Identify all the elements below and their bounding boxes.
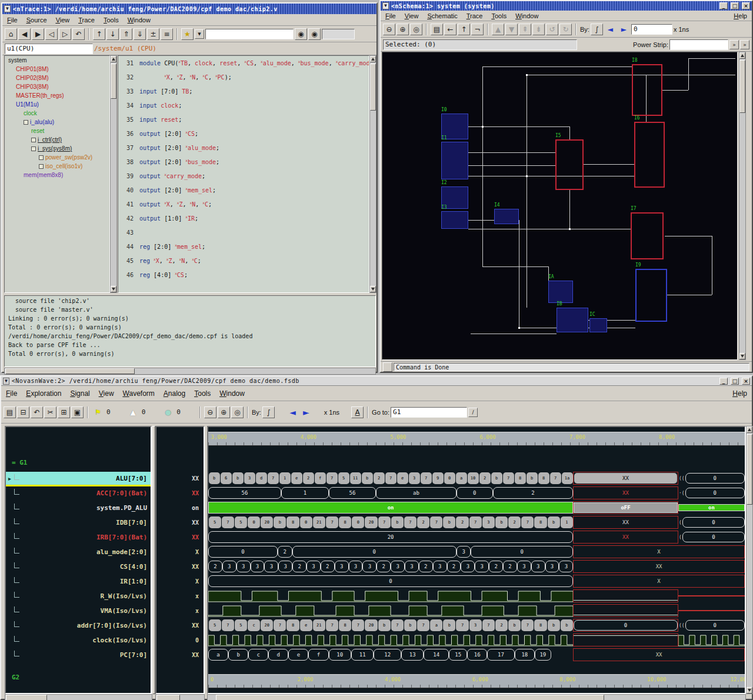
menu-item-window[interactable]: Window [219, 389, 245, 398]
signal-row[interactable]: IR[1:0] [6, 575, 151, 588]
menu-item-view[interactable]: View [56, 16, 70, 24]
schematic-block[interactable] [555, 139, 584, 190]
minimize-button[interactable]: _ [719, 2, 728, 9]
ntrace-find-1-button[interactable]: ◉ [308, 28, 321, 40]
nschema-zoom-2-button[interactable]: ◎ [410, 24, 422, 35]
nschema-zoom-1-button[interactable]: ⊕ [397, 24, 409, 35]
menu-item-exploration[interactable]: Exploration [26, 389, 61, 398]
schematic-block[interactable] [635, 269, 667, 322]
window-menu-icon[interactable]: ▼ [3, 378, 9, 385]
schematic-block[interactable] [441, 211, 468, 229]
ntrace-trace-3-button[interactable]: ⇓ [134, 28, 146, 40]
waveform-hscrollbar[interactable] [207, 694, 746, 700]
tree-item[interactable]: MASTER(th_regs) [5, 91, 109, 100]
marker-2-icon[interactable]: ▲ [127, 406, 139, 418]
ntrace-nav-3-button[interactable]: ◁ [45, 28, 58, 40]
scroll-thumb[interactable] [739, 60, 745, 113]
signal-value-row[interactable]: x [156, 604, 204, 617]
tree-item[interactable]: i_ctrl(ctrl) [5, 135, 109, 144]
signal-row[interactable]: alu_mode[2:0] [6, 545, 151, 558]
group-label-g1[interactable]: = G1 [12, 459, 28, 466]
scroll-down-button[interactable] [739, 353, 745, 359]
nwave-file-1-button[interactable]: ⊟ [17, 406, 29, 418]
scroll-up-button[interactable] [111, 56, 116, 62]
menu-item-tools[interactable]: Tools [194, 389, 211, 398]
menu-item-file[interactable]: File [6, 389, 17, 398]
scroll-thumb[interactable] [111, 64, 116, 99]
scroll-up-button[interactable] [747, 426, 752, 433]
scroll-thumb[interactable] [216, 695, 604, 700]
code-line[interactable]: 44reg [2:0] xmem_sel; [118, 239, 369, 254]
ntrace-nav-4-button[interactable]: ▷ [59, 28, 71, 40]
menu-item-trace[interactable]: Trace [467, 12, 483, 19]
menu-item-schematic[interactable]: Schematic [427, 12, 457, 19]
waveform-row[interactable] [208, 634, 745, 646]
signal-value-row[interactable]: x [156, 589, 204, 602]
tree-item[interactable]: i_alu(alu) [5, 118, 109, 126]
tree-item[interactable]: system [5, 56, 109, 65]
power-strip-input[interactable] [669, 39, 728, 50]
nwave-file-4-button[interactable]: ⊞ [58, 406, 70, 418]
maximize-button[interactable]: □ [731, 2, 739, 9]
schematic-block[interactable] [634, 122, 665, 188]
code-scrollbar[interactable] [369, 55, 376, 293]
ntrace-trace-2-button[interactable]: ⇑ [120, 28, 132, 40]
signal-row[interactable]: IRB[7:0](Bat) [6, 531, 151, 544]
signal-value-row[interactable]: on [156, 501, 204, 514]
scroll-down-button[interactable] [111, 286, 116, 292]
nwave-zoom-1-button[interactable]: ⊕ [218, 406, 230, 418]
ntrace-trace-0-button[interactable]: ↑ [93, 28, 105, 40]
signal-row[interactable]: VMA(Iso/Lvs) [6, 604, 151, 617]
goto-dropdown-icon[interactable]: / [468, 408, 478, 417]
ntrace-nav-0-button[interactable]: ⌂ [5, 28, 17, 40]
waveform-row[interactable]: abcdef10111213141516171819XX [208, 648, 745, 661]
code-line[interactable]: 45reg xX, xZ, xN, xC; [118, 254, 369, 268]
nschema-trace-0-button[interactable]: ← [444, 24, 457, 35]
waveform-row[interactable]: 575c2078e2178720b7b7ab7372b78bb0((0 [208, 619, 745, 632]
step-forward-button[interactable]: ► [618, 24, 630, 35]
menu-item-tools[interactable]: Tools [104, 16, 119, 24]
goto-input[interactable] [391, 407, 467, 418]
group-label-g2[interactable]: G2 [12, 674, 19, 681]
tree-item[interactable]: clock [5, 109, 109, 118]
code-line[interactable]: 36output [2:0] xCS; [118, 126, 369, 141]
search-input[interactable] [205, 29, 294, 39]
code-line[interactable]: 43 [118, 225, 369, 239]
schematic-block[interactable] [589, 318, 607, 332]
command-icon[interactable] [383, 362, 392, 372]
signal-value-row[interactable]: X [156, 545, 204, 558]
window-menu-icon[interactable]: ▼ [382, 2, 389, 9]
code-line[interactable]: 40output [2:0] xmem_sel; [118, 183, 369, 197]
console-scrollbar[interactable] [4, 368, 376, 375]
signal-value-panel[interactable]: XXXXonXXXXXXXXxxXX0XX [155, 426, 205, 694]
code-line[interactable]: 31module CPU(xTB, clock, reset, xCS, xal… [118, 56, 369, 70]
tree-item[interactable]: power_sw(psw2v) [5, 153, 109, 162]
menu-item-help[interactable]: Help [732, 389, 747, 398]
scroll-thumb[interactable] [5, 368, 135, 374]
code-line[interactable]: 46reg [4:0] xCS; [118, 268, 369, 282]
ntrace-nav-5-button[interactable]: ↶ [72, 28, 85, 40]
menu-item-view[interactable]: View [99, 389, 114, 398]
menu-item-analog[interactable]: Analog [164, 389, 185, 398]
scroll-thumb[interactable] [6, 695, 47, 700]
signal-value-row[interactable]: X [156, 575, 204, 588]
waveform-panel[interactable]: 3,0004,0005,0006,0007,0008,00002,0004,00… [207, 426, 746, 694]
maximize-button[interactable]: □ [731, 378, 739, 385]
tree-item[interactable]: i_sys(sys8m) [5, 144, 109, 153]
nschema-titlebar[interactable]: ▼ <nSchema:1> system (system) _ □ × [381, 1, 752, 11]
menu-item-view[interactable]: View [405, 12, 419, 19]
schematic-block[interactable] [441, 142, 468, 179]
menu-item-trace[interactable]: Trace [78, 16, 95, 24]
search-forward-button[interactable]: ► [300, 406, 312, 418]
signal-value-row[interactable]: XX [156, 486, 204, 499]
tree-item[interactable]: mem(mem8x8) [5, 171, 109, 179]
menu-item-tools[interactable]: Tools [492, 12, 507, 19]
search-dropdown-icon[interactable]: ▼ [195, 29, 204, 39]
waveform-row[interactable] [208, 589, 745, 602]
nwave-titlebar[interactable]: ▼ <NovasnWave:2> /verdi/home/archiu_feng… [1, 376, 752, 386]
power-strip-apply-button[interactable]: » [729, 40, 739, 49]
code-line[interactable]: 37output [2:0] xalu_mode; [118, 141, 369, 155]
nschema-zoom-0-button[interactable]: ⊖ [383, 24, 395, 35]
tree-item[interactable]: reset [5, 126, 109, 135]
signal-row[interactable]: ▸ALU[7:0] [6, 472, 151, 485]
